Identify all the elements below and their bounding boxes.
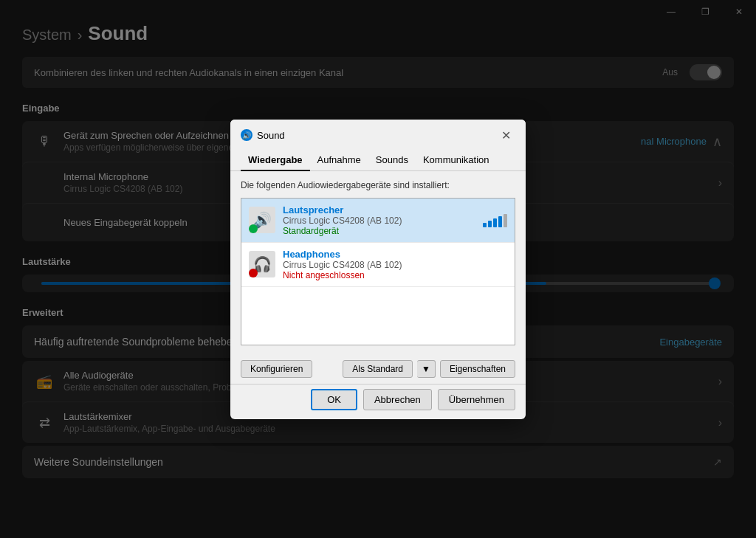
lautsprecher-status: Standardgerät <box>283 226 483 236</box>
tab-aufnahme[interactable]: Aufnahme <box>310 150 368 171</box>
bar-3 <box>493 218 497 227</box>
tab-sounds[interactable]: Sounds <box>368 150 416 171</box>
volume-bars <box>483 213 507 227</box>
als-standard-button[interactable]: Als Standard <box>343 360 413 378</box>
bar-4 <box>498 216 502 227</box>
modal-overlay: 🔊 Sound ✕ Wiedergabe Aufnahme Sounds Kom… <box>0 0 756 538</box>
configure-button[interactable]: Konfigurieren <box>241 360 312 378</box>
dialog-footer-top: Konfigurieren Als Standard ▼ Eigenschaft… <box>230 354 526 381</box>
abbrechen-button[interactable]: Abbrechen <box>363 389 432 410</box>
sound-dialog: 🔊 Sound ✕ Wiedergabe Aufnahme Sounds Kom… <box>230 120 526 419</box>
headphones-icon-container: 🎧 <box>249 251 275 277</box>
lautsprecher-icon-container: 🔊 <box>249 207 275 233</box>
lautsprecher-model: Cirrus Logic CS4208 (AB 102) <box>283 215 483 226</box>
bar-2 <box>488 221 492 227</box>
dialog-title-icon: 🔊 <box>241 129 252 141</box>
tab-wiedergabe[interactable]: Wiedergabe <box>241 150 310 171</box>
dialog-close-button[interactable]: ✕ <box>497 127 515 144</box>
dialog-footer-bottom: OK Abbrechen Übernehmen <box>230 384 526 419</box>
headphones-name: Headphones <box>283 249 507 260</box>
device-list: 🔊 Lautsprecher Cirrus Logic CS4208 (AB 1… <box>241 198 515 345</box>
lautsprecher-status-dot <box>249 224 258 233</box>
bar-5 <box>504 214 507 227</box>
eigenschaften-button[interactable]: Eigenschaften <box>440 360 515 378</box>
ubernehmen-button[interactable]: Übernehmen <box>438 389 515 410</box>
lautsprecher-name: Lautsprecher <box>283 204 483 215</box>
dialog-title-text: Sound <box>257 130 285 141</box>
dialog-description: Die folgenden Audiowiedergabegeräte sind… <box>241 180 515 190</box>
headphones-model: Cirrus Logic CS4208 (AB 102) <box>283 260 507 270</box>
dialog-titlebar: 🔊 Sound ✕ <box>230 120 526 144</box>
tab-kommunikation[interactable]: Kommunikation <box>416 150 497 171</box>
device-item-lautsprecher[interactable]: 🔊 Lautsprecher Cirrus Logic CS4208 (AB 1… <box>241 199 515 243</box>
ok-button[interactable]: OK <box>311 389 357 410</box>
dialog-body: Die folgenden Audiowiedergabegeräte sind… <box>230 171 526 354</box>
headphones-status: Nicht angeschlossen <box>283 270 507 280</box>
als-standard-dropdown[interactable]: ▼ <box>417 360 436 378</box>
dialog-tabs: Wiedergabe Aufnahme Sounds Kommunikation <box>230 150 526 171</box>
bar-1 <box>483 223 487 227</box>
headphones-status-dot <box>249 269 258 277</box>
device-item-headphones[interactable]: 🎧 Headphones Cirrus Logic CS4208 (AB 102… <box>241 243 515 287</box>
